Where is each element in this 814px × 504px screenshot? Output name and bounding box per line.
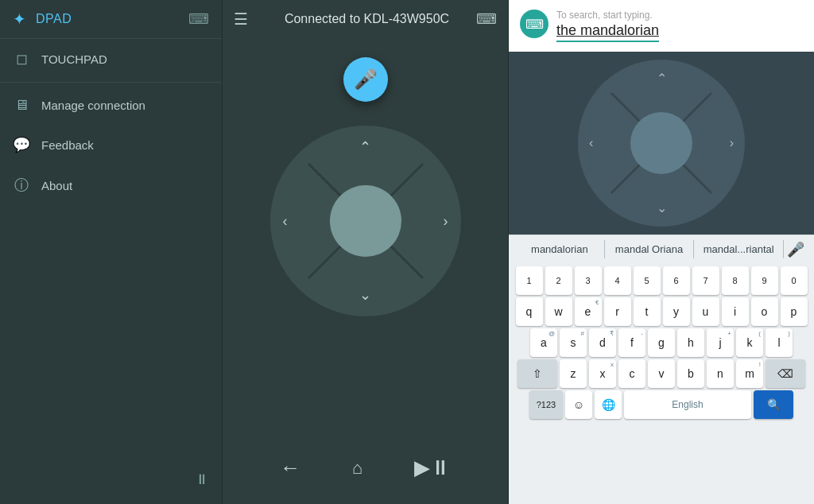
key-y[interactable]: y <box>663 297 690 326</box>
dpad-right-button[interactable]: › <box>444 213 448 230</box>
suggestion-mic-icon[interactable]: 🎤 <box>784 241 808 258</box>
key-1[interactable]: 1 <box>516 266 543 295</box>
key-7[interactable]: 7 <box>692 266 719 295</box>
key-6[interactable]: 6 <box>663 266 690 295</box>
number-row: 1 2 3 4 5 6 7 8 9 0 <box>510 266 812 295</box>
keyboard-toggle-icon[interactable]: ⌨ <box>188 10 209 28</box>
shift-key[interactable]: ⇧ <box>517 359 557 388</box>
key-n[interactable]: n <box>707 359 734 388</box>
small-dpad-left[interactable]: ‹ <box>589 136 593 150</box>
key-d[interactable]: d₹ <box>589 328 616 357</box>
key-b[interactable]: b <box>677 359 704 388</box>
key-e[interactable]: e€ <box>575 297 602 326</box>
about-label: About <box>41 179 72 192</box>
suggestion-3[interactable]: mandal...riantal <box>694 240 784 258</box>
suggestion-1[interactable]: mandalorian <box>515 240 605 258</box>
dpad-up-button[interactable]: ⌃ <box>359 138 371 156</box>
sidebar-item-touchpad[interactable]: ◻ TOUCHPAD <box>0 39 222 79</box>
mic-icon: 🎤 <box>354 68 378 91</box>
key-g[interactable]: g <box>648 328 675 357</box>
panel1-bottom-indicator: ⏸ <box>195 471 209 488</box>
key-2[interactable]: 2 <box>545 266 572 295</box>
touchpad-label: TOUCHPAD <box>41 52 107 66</box>
remote-header: ☰ Connected to KDL-43W950C ⌨ <box>223 0 508 38</box>
small-dpad-right[interactable]: › <box>730 136 734 150</box>
key-5[interactable]: 5 <box>634 266 661 295</box>
mic-button[interactable]: 🎤 <box>343 57 388 102</box>
about-icon: ⓘ <box>13 176 30 195</box>
feedback-icon: 💬 <box>13 136 30 153</box>
dpad-center-button[interactable] <box>330 185 401 257</box>
remote-title: Connected to KDL-43W950C <box>258 12 476 26</box>
key-c[interactable]: c <box>618 359 645 388</box>
keyboard-row-bottom: ?123 ☺ 🌐 English 🔍 <box>510 390 812 419</box>
nav-bar: ← ⌂ ▶⏸ <box>223 432 508 504</box>
key-8[interactable]: 8 <box>722 266 749 295</box>
key-t[interactable]: t <box>634 297 661 326</box>
home-button[interactable]: ⌂ <box>344 450 370 487</box>
sidebar-title: DPAD <box>36 12 72 26</box>
feedback-label: Feedback <box>41 138 94 152</box>
key-a[interactable]: a@ <box>530 328 557 357</box>
key-k[interactable]: k( <box>736 328 763 357</box>
back-button[interactable]: ← <box>272 448 308 488</box>
key-4[interactable]: 4 <box>604 266 631 295</box>
touchpad-icon: ◻ <box>13 50 30 68</box>
search-hint: To search, start typing. <box>556 10 659 21</box>
numbers-key[interactable]: ?123 <box>529 390 563 419</box>
key-o[interactable]: o <box>751 297 778 326</box>
keyboard-panel: ⌨ To search, start typing. the mandalori… <box>509 0 814 504</box>
small-dpad-up[interactable]: ⌃ <box>657 71 667 86</box>
key-u[interactable]: u <box>692 297 719 326</box>
keyboard: 1 2 3 4 5 6 7 8 9 0 q w e€ r t y u i o p… <box>509 263 814 504</box>
search-box: ⌨ To search, start typing. the mandalori… <box>509 0 814 52</box>
dpad-down-button[interactable]: ⌄ <box>359 286 371 304</box>
sidebar-item-manage[interactable]: 🖥 Manage connection <box>0 86 222 125</box>
dpad: ⌃ ⌄ ‹ › <box>270 126 461 316</box>
backspace-key[interactable]: ⌫ <box>766 359 805 388</box>
remote-panel: ☰ Connected to KDL-43W950C ⌨ 🎤 ⌃ ⌄ ‹ › ←… <box>223 0 509 504</box>
dpad-left-button[interactable]: ‹ <box>283 213 288 230</box>
key-p[interactable]: p <box>781 297 808 326</box>
key-v[interactable]: v <box>648 359 675 388</box>
globe-key[interactable]: 🌐 <box>595 390 622 419</box>
key-z[interactable]: z <box>560 359 587 388</box>
hamburger-icon[interactable]: ☰ <box>234 10 248 29</box>
suggestions-bar: mandalorian mandal Oriana mandal...riant… <box>509 235 814 263</box>
key-w[interactable]: w <box>545 297 572 326</box>
sidebar-panel: ✦ DPAD ⌨ ◻ TOUCHPAD 🖥 Manage connection … <box>0 0 223 504</box>
key-x[interactable]: xx <box>589 359 616 388</box>
small-dpad-center[interactable] <box>630 112 692 174</box>
key-s[interactable]: s# <box>560 328 587 357</box>
sidebar-header: ✦ DPAD ⌨ <box>0 0 222 39</box>
key-f[interactable]: f- <box>618 328 645 357</box>
key-q[interactable]: q <box>516 297 543 326</box>
remote-keyboard-icon[interactable]: ⌨ <box>476 10 497 28</box>
key-h[interactable]: h <box>677 328 704 357</box>
search-text-area: To search, start typing. the mandalorian <box>556 10 659 42</box>
keyboard-row-2: a@ s# d₹ f- g h j+ k( l) <box>510 328 812 357</box>
key-i[interactable]: i <box>722 297 749 326</box>
key-r[interactable]: r <box>604 297 631 326</box>
small-dpad-down[interactable]: ⌄ <box>657 200 667 215</box>
dpad-header-icon: ✦ <box>13 10 26 29</box>
suggestion-2[interactable]: mandal Oriana <box>605 240 695 258</box>
keyboard-row-1: q w e€ r t y u i o p <box>510 297 812 326</box>
key-l[interactable]: l) <box>766 328 793 357</box>
key-j[interactable]: j+ <box>707 328 734 357</box>
key-0[interactable]: 0 <box>781 266 808 295</box>
sidebar-divider <box>0 82 222 83</box>
key-3[interactable]: 3 <box>575 266 602 295</box>
space-key[interactable]: English <box>624 390 751 419</box>
search-key[interactable]: 🔍 <box>754 390 793 419</box>
keyboard-row-3: ⇧ z xx c v b n m! ⌫ <box>510 359 812 388</box>
emoji-key[interactable]: ☺ <box>565 390 592 419</box>
play-pause-button[interactable]: ▶⏸ <box>406 448 459 488</box>
key-9[interactable]: 9 <box>751 266 778 295</box>
sidebar-item-about[interactable]: ⓘ About <box>0 165 222 206</box>
manage-label: Manage connection <box>41 99 145 112</box>
search-input[interactable]: the mandalorian <box>556 22 659 42</box>
search-box-keyboard-icon: ⌨ <box>520 10 548 38</box>
key-m[interactable]: m! <box>736 359 763 388</box>
sidebar-item-feedback[interactable]: 💬 Feedback <box>0 125 222 165</box>
